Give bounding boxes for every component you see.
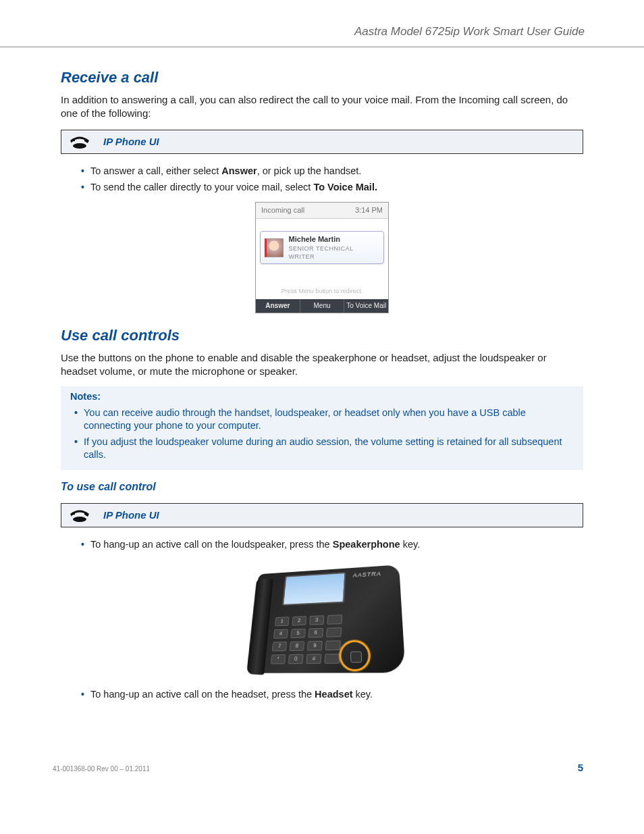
speakerphone-key-highlight — [339, 640, 371, 671]
intro-call-controls: Use the buttons on the phone to enable a… — [61, 351, 583, 379]
heading-call-controls: Use call controls — [61, 325, 583, 346]
phone-icon — [68, 508, 91, 523]
ip-phone-ui-label: IP Phone UI — [103, 509, 159, 522]
ip-phone-ui-band: IP Phone UI — [61, 130, 583, 154]
receive-call-steps: To answer a call, either select Answer, … — [61, 161, 583, 195]
page-number: 5 — [578, 761, 583, 775]
list-item: To answer a call, either select Answer, … — [81, 163, 583, 180]
page-content: Receive a call In addition to answering … — [0, 47, 644, 703]
list-item: To hang-up an active call on the headset… — [81, 687, 583, 703]
screen-title: Incoming call — [261, 205, 304, 215]
screen-statusbar: Incoming call 3:14 PM — [256, 203, 388, 219]
guide-title: Aastra Model 6725ip Work Smart User Guid… — [354, 25, 585, 38]
note-item: You can receive audio through the handse… — [74, 405, 574, 434]
caller-name: Michele Martin — [289, 234, 379, 244]
svg-point-0 — [73, 143, 86, 149]
handset — [246, 579, 273, 675]
heading-receive-call: Receive a call — [61, 68, 583, 88]
caller-role: SENIOR TECHNICAL WRITER — [289, 244, 379, 261]
screen-time: 3:14 PM — [355, 205, 383, 215]
incoming-call-screenshot: Incoming call 3:14 PM Michele Martin SEN… — [255, 202, 389, 313]
avatar — [265, 238, 284, 257]
notes-box: Notes: You can receive audio through the… — [61, 386, 583, 470]
subheading-use-call-control: To use call control — [61, 479, 583, 494]
notes-title: Notes: — [70, 390, 574, 404]
softkey-voicemail: To Voice Mail — [344, 299, 388, 313]
phone-display — [282, 572, 346, 606]
list-item: To hang-up an active call on the loudspe… — [81, 537, 583, 553]
page-footer: 41-001368-00 Rev 00 – 01.2011 5 — [53, 761, 583, 775]
phone-brand: AASTRA — [353, 570, 382, 579]
phone-hardware-photo: AASTRA 123 456 789 *0# — [244, 560, 400, 675]
call-control-steps-2: To hang-up an active call on the headset… — [61, 684, 583, 703]
note-item: If you adjust the loudspeaker volume dur… — [74, 434, 574, 463]
call-control-steps: To hang-up an active call on the loudspe… — [61, 534, 583, 553]
screen-hint: Press Menu button to redirect. — [260, 287, 384, 295]
svg-point-1 — [73, 517, 86, 522]
softkey-answer: Answer — [256, 299, 300, 313]
ip-phone-ui-band: IP Phone UI — [61, 503, 583, 527]
phone-icon — [68, 134, 91, 149]
ip-phone-ui-label: IP Phone UI — [103, 135, 159, 149]
doc-revision: 41-001368-00 Rev 00 – 01.2011 — [53, 764, 150, 774]
list-item: To send the caller directly to your voic… — [81, 180, 583, 196]
caller-card: Michele Martin SENIOR TECHNICAL WRITER — [260, 231, 384, 264]
running-header: Aastra Model 6725ip Work Smart User Guid… — [0, 0, 644, 47]
softkey-menu: Menu — [300, 299, 344, 313]
softkey-bar: Answer Menu To Voice Mail — [256, 299, 388, 313]
intro-receive-call: In addition to answering a call, you can… — [61, 93, 583, 121]
